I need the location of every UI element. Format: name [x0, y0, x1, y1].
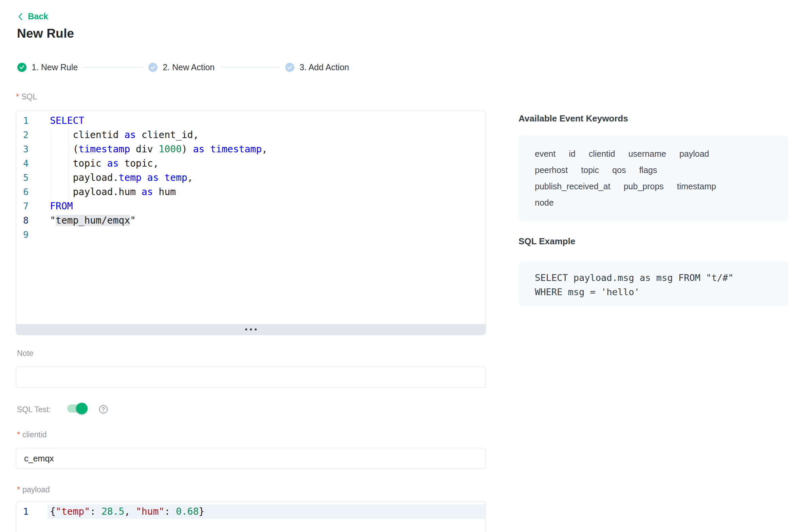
code-line: 8"temp_hum/emqx" [16, 213, 486, 228]
code-text: payload.hum as hum [29, 185, 486, 199]
step-connector [220, 67, 280, 68]
drag-handle-icon [245, 328, 247, 330]
required-marker: * [16, 92, 19, 101]
step-add-action[interactable]: 3. Add Action [285, 62, 349, 72]
help-icon[interactable]: ? [99, 405, 108, 414]
event-keyword: flags [639, 165, 657, 175]
event-keyword: peerhost [535, 165, 568, 175]
keywords-box: eventidclientidusernamepayloadpeerhostto… [519, 135, 788, 221]
payload-editor-lines: 1{"temp": 28.5, "hum": 0.68} [16, 505, 485, 532]
line-number: 4 [16, 156, 29, 171]
line-number: 5 [16, 171, 29, 185]
note-input[interactable] [16, 366, 486, 388]
sql-test-toggle[interactable] [67, 404, 87, 413]
back-label: Back [28, 12, 48, 21]
code-text: SELECT [29, 114, 486, 128]
code-text: {"temp": 28.5, "hum": 0.68} [48, 505, 485, 519]
step-label: 1. New Rule [32, 62, 78, 72]
editor-resize-handle[interactable] [16, 324, 486, 335]
step-connector [83, 67, 143, 68]
step-upcoming-check-icon [285, 63, 294, 72]
note-field-label: Note [17, 349, 34, 358]
step-label: 2. New Action [163, 62, 215, 72]
keyword-row: peerhosttopicqosflags [535, 162, 772, 178]
sql-example-box: SELECT payload.msg as msg FROM "t/#"WHER… [519, 261, 788, 306]
step-new-action[interactable]: 2. New Action [148, 62, 215, 72]
event-keyword: qos [612, 165, 626, 175]
page-title: New Rule [17, 26, 74, 41]
event-keyword: clientid [589, 149, 615, 159]
line-number: 9 [16, 228, 29, 242]
sql-editor-lines: 1SELECT2 clientid as client_id,3 (timest… [16, 114, 486, 324]
keyword-row: node [535, 194, 772, 211]
sql-example-line: WHERE msg = 'hello' [535, 285, 772, 299]
drag-handle-icon [250, 328, 252, 330]
code-line: 1SELECT [16, 114, 486, 128]
drag-handle-icon [255, 328, 257, 330]
code-line: 4 topic as topic, [16, 156, 486, 171]
code-line: 2 clientid as client_id, [16, 128, 486, 142]
sql-example-title: SQL Example [519, 236, 575, 247]
back-link[interactable]: Back [17, 12, 48, 21]
payload-field-label: *payload [17, 485, 50, 494]
code-text: payload.temp as temp, [29, 171, 486, 185]
sql-example-line: SELECT payload.msg as msg FROM "t/#" [535, 271, 772, 285]
clientid-field-label: *clientid [17, 430, 47, 439]
line-number: 3 [16, 142, 29, 156]
toggle-knob [76, 403, 88, 414]
sql-field-label: *SQL [16, 92, 37, 101]
code-line: 3 (timestamp div 1000) as timestamp, [16, 142, 486, 156]
code-text: "temp_hum/emqx" [29, 213, 486, 228]
event-keyword: publish_received_at [535, 182, 610, 191]
required-marker: * [17, 430, 20, 439]
event-keyword: pub_props [623, 182, 663, 191]
line-number: 1 [16, 114, 29, 128]
code-line: 7FROM [16, 199, 486, 213]
sql-test-label: SQL Test: [17, 405, 51, 414]
event-keyword: timestamp [677, 182, 716, 191]
code-text: (timestamp div 1000) as timestamp, [29, 142, 486, 156]
code-text: topic as topic, [29, 156, 486, 171]
step-label: 3. Add Action [299, 62, 349, 72]
code-text: clientid as client_id, [29, 128, 486, 142]
keyword-row: publish_received_atpub_propstimestamp [535, 178, 772, 194]
line-number: 8 [16, 213, 29, 228]
step-complete-check-icon [17, 63, 26, 72]
event-keyword: topic [581, 165, 599, 175]
stepper: 1. New Rule 2. New Action 3. Add Action [17, 62, 349, 72]
code-line: 5 payload.temp as temp, [16, 171, 486, 185]
code-line: 6 payload.hum as hum [16, 185, 486, 199]
step-new-rule[interactable]: 1. New Rule [17, 62, 78, 72]
new-rule-page: Back New Rule 1. New Rule 2. New Action … [0, 0, 800, 532]
line-number: 1 [16, 505, 29, 519]
step-upcoming-check-icon [148, 63, 158, 72]
chevron-left-icon [17, 12, 24, 21]
required-marker: * [17, 485, 20, 494]
code-text [29, 228, 486, 242]
code-line: 9 [16, 228, 486, 242]
keyword-row: eventidclientidusernamepayload [535, 146, 772, 162]
event-keyword: node [535, 198, 554, 208]
line-number: 2 [16, 128, 29, 142]
code-line: 1{"temp": 28.5, "hum": 0.68} [16, 505, 485, 519]
clientid-input[interactable] [16, 448, 486, 469]
event-keyword: payload [679, 149, 709, 159]
line-number: 6 [16, 185, 29, 199]
line-number: 7 [16, 199, 29, 213]
code-text: FROM [29, 199, 486, 213]
event-keyword: event [535, 149, 556, 159]
event-keyword: id [569, 149, 575, 159]
keywords-title: Available Event Keywords [519, 113, 628, 124]
event-keyword: username [628, 149, 666, 159]
payload-editor[interactable]: 1{"temp": 28.5, "hum": 0.68} [16, 501, 486, 532]
sql-editor[interactable]: 1SELECT2 clientid as client_id,3 (timest… [16, 111, 486, 335]
